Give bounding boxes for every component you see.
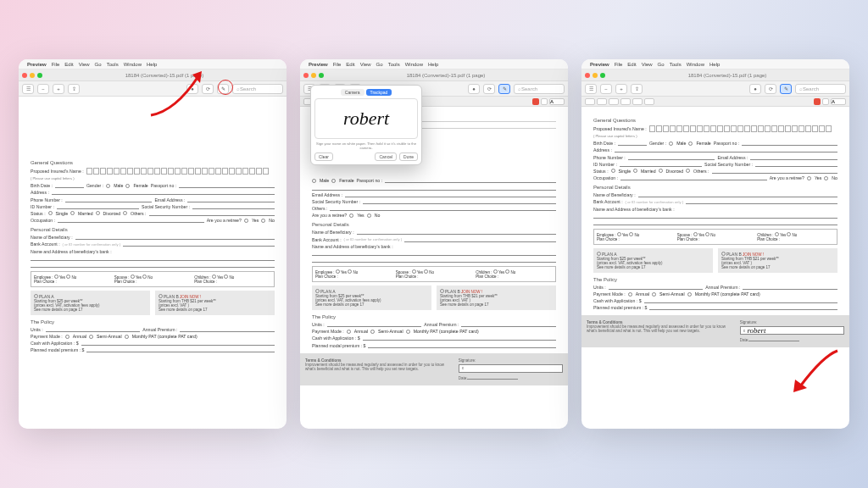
divorced-radio[interactable] <box>96 211 100 215</box>
name-boxes[interactable] <box>86 168 269 175</box>
preview-window-3: Preview FileEditViewGoToolsWindowHelp 18… <box>581 59 849 429</box>
menu-help[interactable]: Help <box>147 62 157 67</box>
annotation-circle-icon <box>218 80 233 95</box>
toolbar: ☰−+⇪ ●⟳✎ ⌕ Search <box>581 81 849 97</box>
others-radio[interactable] <box>123 211 127 215</box>
done-button[interactable]: Done <box>399 152 418 161</box>
email-label: Email Address : <box>154 197 185 202</box>
zoom-in-button[interactable]: + <box>53 84 64 94</box>
menubar: Preview FileEditViewGoToolsWindowHelp <box>581 59 849 69</box>
status-label: Status : <box>31 211 46 216</box>
menu-file[interactable]: File <box>52 62 60 67</box>
section-personal: Personal Details <box>31 227 275 232</box>
bank-addr-label: Name and Address of beneficiary's bank : <box>31 249 112 254</box>
menu-view[interactable]: View <box>79 62 90 67</box>
preview-window-2: Preview FileEditViewGoToolsWindowHelp 18… <box>300 59 568 429</box>
female-radio[interactable] <box>125 184 130 188</box>
tab-camera[interactable]: Camera <box>341 89 364 96</box>
border-color-icon[interactable] <box>532 98 539 105</box>
pdf-page: General Questions Proposed Insured's Nam… <box>19 97 287 429</box>
menu-window[interactable]: Window <box>124 62 142 67</box>
menu-app[interactable]: Preview <box>27 62 47 67</box>
section-policy: The Policy <box>31 319 275 324</box>
birth-label: Birth Date : <box>31 183 53 188</box>
search-input[interactable]: ⌕ Search <box>795 84 846 94</box>
search-input[interactable]: ⌕ Search <box>232 84 283 94</box>
plan-cards: PLAN A Starting from $25 per week**(pric… <box>31 291 275 315</box>
markup-toggle-icon[interactable]: ✎ <box>498 84 510 94</box>
signature-label: Signature: <box>740 320 758 324</box>
occupation-label: Occupation : <box>31 218 55 223</box>
bank-label: Bank Account : <box>31 241 60 247</box>
signature-hint: Sign your name on white paper. Then hold… <box>314 141 418 150</box>
single-radio[interactable] <box>48 211 53 215</box>
close-icon[interactable] <box>22 73 27 78</box>
tab-trackpad[interactable]: Trackpad <box>366 89 392 96</box>
highlight-icon[interactable]: ● <box>186 84 198 94</box>
signature-label: Signature: <box>459 358 476 363</box>
gender-label: Gender : <box>86 183 103 188</box>
menubar: Preview File Edit View Go Tools Window H… <box>19 59 287 69</box>
menubar: Preview FileEditViewGoToolsWindowHelp <box>300 59 568 69</box>
minimize-icon[interactable] <box>593 73 598 78</box>
signature-field[interactable]: x robert <box>740 326 844 335</box>
traffic-lights <box>22 73 42 78</box>
address-label: Address : <box>31 190 49 195</box>
id-label: ID Number : <box>31 204 54 209</box>
close-icon[interactable] <box>303 73 309 78</box>
phone-label: Phone Number : <box>31 197 63 202</box>
sidebar-toggle-icon[interactable]: ☰ <box>22 84 34 94</box>
retiree-label: Are you a retiree? <box>207 218 242 223</box>
search-input[interactable]: ⌕ Search <box>514 84 565 94</box>
ssn-label: Social Security Number : <box>142 204 190 209</box>
retiree-no-radio[interactable] <box>261 219 265 223</box>
date-label: Date: <box>740 338 749 342</box>
signature-popup: Camera Trackpad robert Sign your name on… <box>310 85 422 165</box>
signature-field[interactable]: x <box>459 364 563 373</box>
minimize-icon[interactable] <box>311 73 316 78</box>
font-style-icon[interactable]: A <box>549 98 565 105</box>
terms-body: Improvement should be measured regularly… <box>587 324 726 333</box>
sign-tool-icon[interactable] <box>620 98 631 105</box>
window-titlebar: 18184 (Converted)-15.pdf (1 page) <box>19 69 287 81</box>
menu-go[interactable]: Go <box>95 62 102 67</box>
menu-tools[interactable]: Tools <box>107 62 119 67</box>
plan-b-card: PLAN B JOIN NOW ! Starting from THB $21 … <box>155 291 275 315</box>
cancel-button[interactable]: Cancel <box>375 152 397 161</box>
markup-toolbar: A <box>581 97 849 107</box>
captured-signature: robert <box>343 108 389 130</box>
preview-window-1: Preview File Edit View Go Tools Window H… <box>19 59 287 429</box>
minimize-icon[interactable] <box>30 73 35 78</box>
capital-note: ( Please use capital letters ) <box>31 176 275 180</box>
markup-toggle-icon[interactable]: ✎ <box>217 84 229 94</box>
close-icon[interactable] <box>585 73 590 78</box>
zoom-icon[interactable] <box>319 73 324 78</box>
search-placeholder: Search <box>240 86 256 92</box>
footer: Terms & ConditionsImprovement should be … <box>300 353 568 385</box>
passport-label: Passport no : <box>151 183 177 188</box>
male-radio[interactable] <box>106 184 110 188</box>
toolbar: ☰ − + ⇪ ● ⟳ ✎ ⌕ Search <box>19 81 287 97</box>
rotate-icon[interactable]: ⟳ <box>202 84 214 94</box>
fill-color-icon[interactable] <box>541 98 548 105</box>
married-radio[interactable] <box>70 211 75 215</box>
zoom-out-button[interactable]: − <box>37 84 49 94</box>
markup-toggle-icon[interactable]: ✎ <box>780 84 792 94</box>
beneficiary-label: Name of Beneficiary : <box>31 235 73 240</box>
clear-button[interactable]: Clear <box>314 152 333 161</box>
proposed-name-label: Proposed Insured's Name : <box>31 169 84 174</box>
section-general: General Questions <box>31 160 275 165</box>
placed-signature[interactable]: robert <box>747 326 765 335</box>
zoom-icon[interactable] <box>37 73 42 78</box>
document-title: 18184 (Converted)-15.pdf (1 page) <box>46 73 283 78</box>
window-titlebar: 18184 (Converted)-15.pdf (1 page) <box>300 69 568 81</box>
signature-capture-area[interactable]: robert <box>314 98 418 139</box>
menu-edit[interactable]: Edit <box>64 62 73 67</box>
share-icon[interactable]: ⇪ <box>68 84 80 94</box>
date-label: Date: <box>459 376 468 380</box>
retiree-yes-radio[interactable] <box>244 219 248 223</box>
zoom-icon[interactable] <box>600 73 605 78</box>
plan-choice-grid: Employee : Yes NoPlan Choice : Spouse : … <box>31 271 275 287</box>
plan-a-card: PLAN A Starting from $25 per week**(pric… <box>31 291 150 315</box>
terms-body: Improvement should be measured regularly… <box>305 363 444 371</box>
